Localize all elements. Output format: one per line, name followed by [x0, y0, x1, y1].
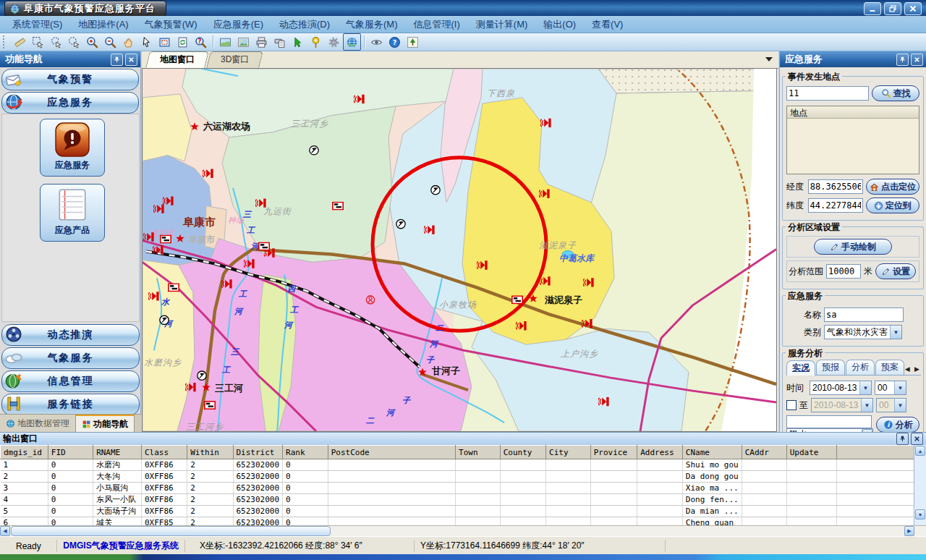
right-panel-pin-button[interactable]: [896, 54, 909, 66]
column-header[interactable]: PostCode: [328, 446, 455, 459]
location-list-body[interactable]: [787, 119, 919, 174]
menu-item[interactable]: 查看(V): [584, 16, 631, 33]
locate-to-button[interactable]: 定位到: [866, 198, 919, 213]
search-button[interactable]: 查找: [872, 85, 919, 101]
toolbar-grip[interactable]: [3, 35, 8, 48]
table-row[interactable]: 50大面场子沟0XFF8626523020000Da mian ...: [1, 506, 914, 517]
select-polygon-button[interactable]: [47, 33, 65, 51]
scroll-up-icon[interactable]: ▲: [915, 446, 925, 456]
start-date-select[interactable]: 2010-08-13▼: [810, 381, 872, 395]
set-range-button[interactable]: 设置: [875, 263, 916, 279]
column-header[interactable]: Update: [786, 446, 836, 459]
sidebar-group-dynamic-simulation[interactable]: 动态推演: [1, 324, 140, 346]
analysis-tab-4[interactable]: 预案: [875, 360, 904, 375]
manual-draw-button[interactable]: 手动绘制: [814, 239, 892, 255]
window-list-dropdown-icon[interactable]: [765, 57, 773, 61]
map-view-button[interactable]: [216, 33, 234, 51]
scroll-right-icon[interactable]: ▶: [904, 526, 914, 536]
analyze-button[interactable]: 分析: [876, 417, 919, 432]
column-header[interactable]: dmgis_id: [1, 446, 48, 459]
column-header[interactable]: RNAME: [93, 446, 142, 459]
analysis-filter-input[interactable]: [786, 415, 872, 428]
analysis-tab-2[interactable]: 预报: [816, 360, 845, 375]
column-header[interactable]: Class: [141, 446, 187, 459]
visibility-button[interactable]: [368, 33, 386, 51]
vertical-scrollbar[interactable]: ▲ ▼: [914, 445, 926, 527]
restore-button[interactable]: [884, 2, 901, 15]
pointer-button[interactable]: [137, 33, 156, 51]
start-hour-select[interactable]: 00▼: [875, 381, 906, 395]
latitude-input[interactable]: [808, 198, 863, 213]
table-row[interactable]: 40东风一小队0XFF8626523020000Dong fen...: [1, 494, 914, 506]
locate-by-click-button[interactable]: 点击定位: [866, 179, 919, 195]
menu-item[interactable]: 应急服务(E): [205, 16, 271, 33]
column-header[interactable]: Provice: [590, 446, 637, 459]
menu-item[interactable]: 地图操作(A): [70, 16, 136, 33]
service-type-select[interactable]: 气象和洪水灾害 ▼: [824, 325, 902, 339]
tab-scroll-right-icon[interactable]: ▶: [914, 365, 921, 373]
zoom-out-button[interactable]: [101, 33, 119, 51]
menu-item[interactable]: 气象预警(W): [137, 16, 205, 33]
column-header[interactable]: CAddr: [742, 446, 786, 459]
refresh-button[interactable]: [174, 33, 192, 51]
sidebar-group-emergency-globe[interactable]: 应急服务: [1, 92, 139, 114]
chevron-down-icon[interactable]: ▼: [859, 381, 871, 394]
place-marker-button[interactable]: [307, 33, 325, 51]
to-checkbox[interactable]: [786, 400, 797, 410]
analysis-tab-3[interactable]: 分析: [846, 360, 875, 375]
service-name-input[interactable]: [824, 307, 904, 322]
menu-item[interactable]: 测量计算(M): [468, 16, 536, 33]
select-point-button[interactable]: [65, 33, 83, 51]
column-header[interactable]: County: [500, 446, 545, 459]
left-panel-pin-button[interactable]: [111, 54, 123, 66]
emergency-product-button[interactable]: 应急产品: [40, 184, 105, 242]
left-panel-close-button[interactable]: [125, 54, 137, 66]
print-preview-button[interactable]: [271, 33, 289, 51]
scroll-left-icon[interactable]: ◀: [0, 526, 10, 536]
panel-tab-map-data[interactable]: 地图数据管理: [0, 415, 76, 432]
map-viewport[interactable]: 六运湖农场三工河乡下西泉九运街阜康市城关镇种场阜康市滋泥泉子中葛水库滋泥泉子小泉…: [142, 68, 777, 432]
globe-service-button[interactable]: [343, 33, 361, 51]
end-date-select[interactable]: 2010-08-13▼: [811, 398, 873, 412]
green-pointer-button[interactable]: [289, 33, 307, 51]
select-rect-button[interactable]: [29, 33, 47, 51]
pan-button[interactable]: [119, 33, 137, 51]
sidebar-group-info-management[interactable]: 信息管理: [1, 370, 140, 392]
column-header[interactable]: District: [233, 446, 283, 459]
tab-scroll-left-icon[interactable]: ◀: [905, 365, 912, 373]
column-header[interactable]: City: [546, 446, 591, 459]
result-table[interactable]: dmgis_idFIDRNAMEClassWithinDistrictRankP…: [0, 445, 914, 527]
zoom-in-button[interactable]: [83, 33, 101, 51]
close-button[interactable]: [904, 2, 922, 15]
menu-item[interactable]: 系统管理(S): [4, 16, 70, 33]
chevron-down-icon[interactable]: ▼: [894, 381, 906, 394]
zoom-query-button[interactable]: [192, 33, 210, 51]
menu-item[interactable]: 输出(O): [535, 16, 584, 33]
end-hour-select[interactable]: 00▼: [876, 398, 906, 412]
full-extent-button[interactable]: [156, 33, 174, 51]
map-tab[interactable]: 地图窗口: [145, 51, 209, 68]
analysis-tab-1[interactable]: 实况: [786, 360, 815, 376]
table-row[interactable]: 20大冬沟0XFF8626523020000Da dong gou: [1, 471, 914, 483]
menu-item[interactable]: 动态推演(D): [271, 16, 338, 33]
sidebar-group-weather-warning[interactable]: 气象预警: [1, 69, 139, 90]
analysis-range-input[interactable]: [826, 264, 861, 279]
output-pin-button[interactable]: [896, 433, 909, 445]
scroll-down-icon[interactable]: ▼: [915, 509, 925, 519]
print-button[interactable]: [252, 33, 271, 51]
settings-button[interactable]: [325, 33, 343, 51]
column-header[interactable]: Address: [637, 446, 683, 459]
longitude-input[interactable]: [808, 179, 863, 194]
sidebar-group-weather-service[interactable]: 气象服务: [1, 347, 140, 369]
image-view-button[interactable]: [234, 33, 252, 51]
location-list[interactable]: 地点: [786, 106, 919, 174]
help-button[interactable]: [386, 33, 404, 51]
table-row[interactable]: 30小马厩沟0XFF8626523020000Xiao ma ...: [1, 483, 914, 494]
horizontal-scrollbar[interactable]: ◀ ▶: [0, 525, 926, 536]
table-row[interactable]: 10水磨沟0XFF8626523020000Shui mo gou: [1, 459, 914, 471]
ruler-button[interactable]: [11, 33, 29, 51]
sidebar-group-service-link[interactable]: 服务链接: [1, 394, 140, 415]
column-header[interactable]: FID: [48, 446, 93, 459]
column-header[interactable]: Town: [456, 446, 501, 459]
minimize-button[interactable]: [864, 2, 881, 15]
